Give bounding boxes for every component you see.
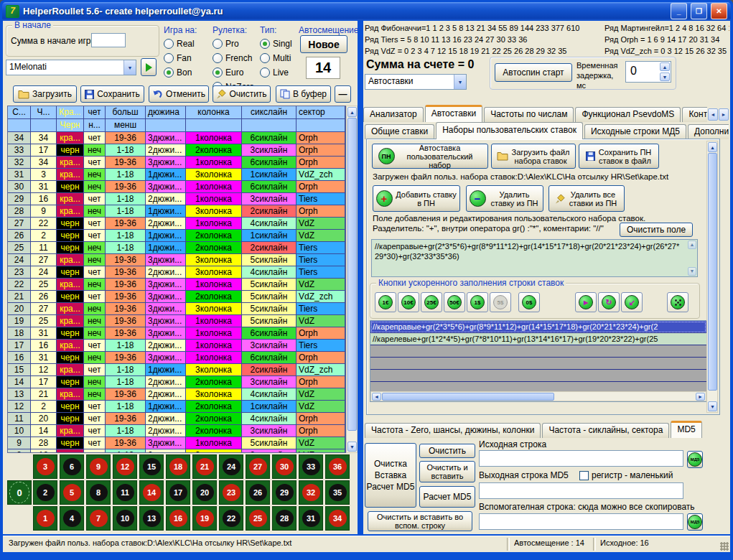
chevron-down-icon[interactable]: ▼ (454, 75, 466, 89)
roulette-cell-5[interactable]: 5 (60, 480, 84, 505)
roulette-cell-19[interactable]: 19 (192, 506, 217, 531)
roulette-cell-11[interactable]: 11 (113, 480, 137, 505)
header-cell[interactable]: Кра... (57, 106, 84, 119)
list-item[interactable]: //кареправые+gr(2*3*5*6)+gr(8*9*11*12)+g… (370, 321, 706, 333)
roulette-cell-6[interactable]: 6 (60, 454, 84, 479)
radio-real[interactable]: Real (164, 37, 210, 51)
roulette-cell-10[interactable]: 10 (113, 506, 137, 531)
roulette-cell-20[interactable]: 20 (192, 480, 217, 505)
save-button[interactable]: Сохранить (80, 85, 144, 103)
roulette-cell-8[interactable]: 8 (86, 480, 111, 505)
md5-out-input[interactable] (479, 482, 683, 499)
quick-coin-0$[interactable]: 0$ (518, 292, 540, 312)
header-cell[interactable] (186, 119, 242, 132)
header-cell[interactable]: сектор (297, 106, 345, 119)
clear-button[interactable]: Очистить (213, 85, 271, 103)
quick-coin-25€[interactable]: 25€ (421, 292, 442, 312)
scroll-down-icon[interactable]: ▼ (708, 401, 717, 411)
autoshift-new-button[interactable]: Новое (300, 35, 347, 53)
roulette-cell-15[interactable]: 15 (139, 454, 164, 479)
roulette-cell-29[interactable]: 29 (272, 480, 297, 505)
list-item[interactable]: //карелевые+gr(1*2*4*5)+gr(7*8*10*11)+gr… (370, 333, 706, 345)
roulette-cell-22[interactable]: 22 (219, 506, 243, 531)
start-sum-input[interactable] (91, 33, 126, 47)
sub-tabs-1[interactable]: Наборы пользовательских ставок (436, 122, 583, 139)
roulette-cell-36[interactable]: 36 (325, 454, 350, 479)
header-cell[interactable]: чет (84, 106, 106, 119)
preset-combo[interactable]: 1Melonati ▼ (6, 60, 136, 75)
titlebar[interactable]: 7 HelperRoullet 5.6- create helperroulle… (2, 2, 731, 20)
radio-euro[interactable]: Euro (213, 65, 258, 80)
roulette-cell-12[interactable]: 12 (113, 454, 137, 479)
radio-live[interactable]: Live (260, 65, 299, 80)
roulette-cell-30[interactable]: 30 (272, 454, 297, 479)
panel-scrollbar[interactable]: ▲ ▼ (706, 141, 718, 413)
header-cell[interactable]: сикслайн (242, 106, 297, 119)
md5-clear-button[interactable]: Очистить (419, 444, 475, 458)
spinner-up-icon[interactable]: ▲ (660, 62, 670, 71)
roulette-cell-25[interactable]: 25 (246, 506, 270, 531)
md5-source-input[interactable] (479, 450, 683, 467)
scroll-up-icon[interactable]: ▲ (688, 241, 696, 249)
roulette-cell-32[interactable]: 32 (299, 480, 323, 505)
register-checkbox[interactable] (579, 471, 589, 480)
close-button[interactable]: ✕ (711, 3, 727, 19)
panel-scroll-thumb[interactable] (708, 153, 717, 391)
radio-multi[interactable]: Multi (260, 51, 299, 65)
undo-button[interactable]: Отменить (149, 85, 209, 103)
roulette-cell-24[interactable]: 24 (219, 454, 243, 479)
load-button[interactable]: Загрузить (13, 85, 77, 103)
collapse-button[interactable]: — (335, 85, 351, 103)
chevron-down-icon[interactable]: ▼ (123, 60, 136, 75)
md5-aux-calc-button[interactable]: МД5 (687, 513, 703, 531)
run-preset-button[interactable] (141, 58, 157, 76)
scroll-up-icon[interactable]: ▲ (347, 107, 357, 117)
roulette-cell-2[interactable]: 2 (33, 480, 57, 505)
main-tabs-1[interactable]: Автоставки (425, 105, 483, 122)
main-tabs-3[interactable]: Функционал PsevdoMS (575, 107, 681, 122)
listbox-hscroll-thumb[interactable] (382, 393, 554, 401)
to-buffer-button[interactable]: В буфер (276, 85, 331, 103)
scroll-left-icon[interactable]: ◄ (372, 393, 381, 401)
header-cell[interactable]: н... (84, 119, 106, 132)
tabs-scroll-left-icon[interactable]: ◄ (708, 108, 718, 121)
quick-coin-10€[interactable]: 10€ (398, 292, 419, 312)
md5-clear-paste-button[interactable]: Очистить и вставить (419, 461, 475, 482)
radio-singl[interactable]: Singl (260, 37, 299, 51)
sub-tabs-2[interactable]: Исходные строки МД5 (584, 124, 686, 139)
quick-coin-1€[interactable]: 1€ (375, 292, 396, 312)
roulette-cell-13[interactable]: 13 (139, 506, 164, 531)
maximize-button[interactable]: ❐ (691, 3, 707, 19)
header-cell[interactable]: Черн (57, 119, 84, 132)
mode-combo[interactable]: Автоставки ▼ (365, 74, 467, 90)
md5-source-calc-button[interactable]: МД5 (687, 451, 703, 468)
header-cell[interactable]: Ч... (31, 106, 57, 119)
header-cell[interactable] (242, 119, 297, 132)
roulette-cell-26[interactable]: 26 (246, 480, 270, 505)
bet-sets-listbox[interactable]: //кареправые+gr(2*3*5*6)+gr(8*9*11*12)+g… (370, 320, 707, 402)
roulette-cell-35[interactable]: 35 (325, 480, 350, 505)
scroll-right-icon[interactable]: ► (696, 393, 705, 401)
load-set-file-button[interactable]: Загрузить файл набора ставок (491, 144, 576, 169)
roulette-cell-18[interactable]: 18 (166, 454, 190, 479)
roulette-cell-23[interactable]: 23 (219, 480, 243, 505)
scroll-down-icon[interactable]: ▼ (347, 442, 357, 452)
radio-french[interactable]: French (213, 51, 258, 65)
clear-field-button[interactable]: Очистить поле (620, 223, 693, 237)
quick-play-button[interactable]: ▶ (575, 292, 597, 312)
header-cell[interactable]: С... (8, 106, 31, 119)
bottom-tabs-1[interactable]: Частота - сиклайны, сектора (542, 423, 669, 438)
autospin-start-button[interactable]: Автоспин старт (495, 63, 572, 82)
md5-calc-button[interactable]: Расчет MD5 (419, 486, 475, 508)
main-tabs-2[interactable]: Частоты по числам (484, 107, 574, 122)
roulette-zero-cell[interactable]: 0 (7, 480, 32, 505)
sub-tabs-3[interactable]: Дополнительные (688, 124, 729, 139)
roulette-cell-7[interactable]: 7 (86, 506, 111, 531)
roulette-cell-28[interactable]: 28 (272, 506, 297, 531)
md5-big-button[interactable]: Очистка Вставка Расчет MD5 (365, 443, 416, 508)
roulette-cell-17[interactable]: 17 (166, 480, 190, 505)
table-scroll-thumb[interactable] (347, 118, 357, 431)
spinner-down-icon[interactable]: ▼ (660, 73, 670, 81)
roulette-cell-1[interactable]: 1 (33, 506, 57, 531)
quick-random-button[interactable] (667, 292, 688, 312)
